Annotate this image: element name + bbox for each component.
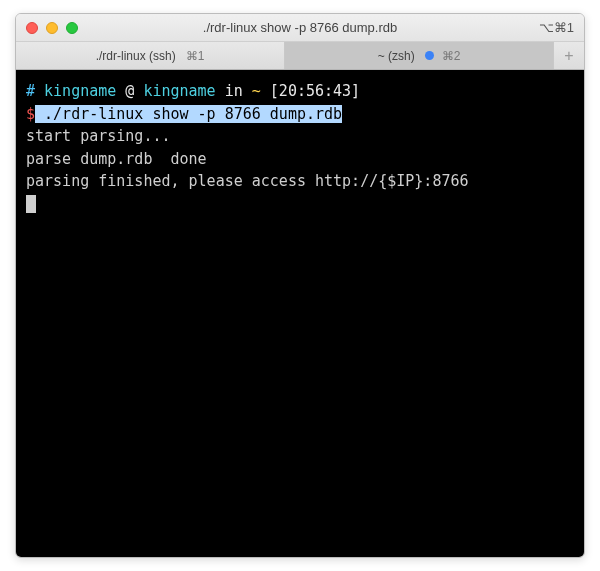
prompt-dollar: $ — [26, 105, 35, 123]
tab-shortcut: ⌘1 — [186, 49, 205, 63]
new-tab-button[interactable]: + — [554, 42, 584, 69]
traffic-lights — [26, 22, 78, 34]
close-icon[interactable] — [26, 22, 38, 34]
terminal-content[interactable]: # kingname @ kingname in ~ [20:56:43] $ … — [16, 70, 584, 557]
minimize-icon[interactable] — [46, 22, 58, 34]
prompt-dir: ~ — [252, 82, 261, 100]
prompt-at: @ — [116, 82, 143, 100]
tab-label: ~ (zsh) — [378, 49, 415, 63]
prompt-hash: # — [26, 82, 35, 100]
prompt-time: [20:56:43] — [261, 82, 360, 100]
output-line: parsing finished, please access http://{… — [26, 172, 469, 190]
window-title: ./rdr-linux show -p 8766 dump.rdb — [16, 20, 584, 35]
terminal-window: ./rdr-linux show -p 8766 dump.rdb ⌥⌘1 ./… — [15, 13, 585, 558]
window-shortcut: ⌥⌘1 — [539, 20, 574, 35]
command-selection: ./rdr-linux show -p 8766 dump.rdb — [35, 105, 342, 123]
titlebar[interactable]: ./rdr-linux show -p 8766 dump.rdb ⌥⌘1 — [16, 14, 584, 42]
prompt-host: kingname — [143, 82, 215, 100]
activity-dot-icon — [425, 51, 434, 60]
tab-session-2[interactable]: ~ (zsh) ⌘2 — [285, 42, 554, 69]
prompt-in: in — [216, 82, 252, 100]
cursor-icon — [26, 195, 36, 213]
command-text: ./rdr-linux show -p 8766 dump.rdb — [44, 105, 342, 123]
output-line: parse dump.rdb done — [26, 150, 207, 168]
tab-label: ./rdr-linux (ssh) — [96, 49, 176, 63]
prompt-user: kingname — [44, 82, 116, 100]
tab-shortcut: ⌘2 — [442, 49, 461, 63]
maximize-icon[interactable] — [66, 22, 78, 34]
tab-session-1[interactable]: ./rdr-linux (ssh) ⌘1 — [16, 42, 285, 69]
tab-bar: ./rdr-linux (ssh) ⌘1 ~ (zsh) ⌘2 + — [16, 42, 584, 70]
output-line: start parsing... — [26, 127, 171, 145]
